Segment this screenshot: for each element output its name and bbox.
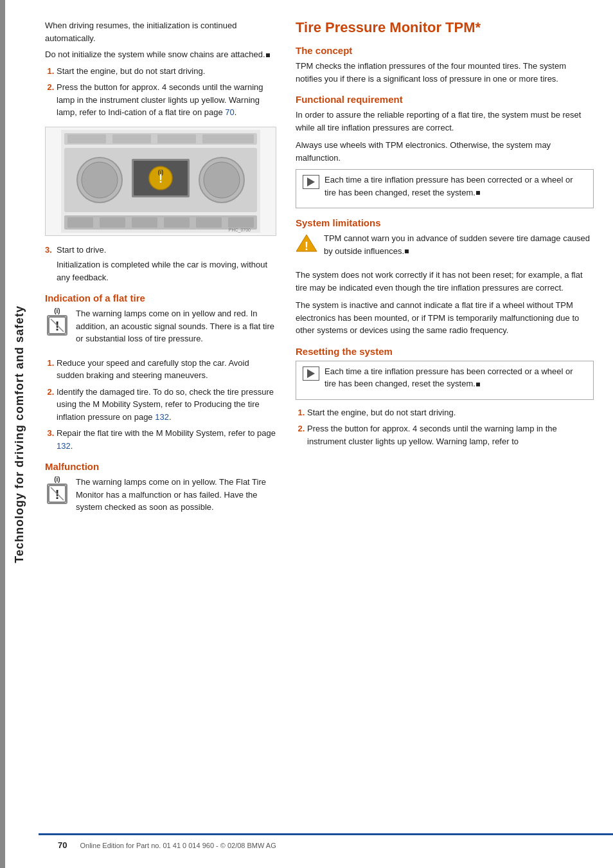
svg-point-8	[82, 162, 118, 198]
init-step-2: Press the button for approx. 4 seconds u…	[57, 81, 276, 119]
play-triangle	[307, 177, 315, 186]
warn-circle-exclaim: !	[47, 315, 67, 336]
functional-para1: In order to assure the reliable reportin…	[296, 109, 594, 134]
caution-text: TPM cannot warn you in advance of sudden…	[324, 232, 594, 257]
sys-limits-para1: The system does not work correctly if it…	[296, 269, 594, 294]
play-note-icon-2	[303, 366, 319, 381]
stop-symbol-1	[266, 53, 270, 57]
flat-tire-warning-row: (i) ! The warning lamps come on in yello…	[45, 307, 276, 350]
footer: 70 Online Edition for Part no. 01 41 0 0…	[39, 833, 613, 855]
concept-heading: The concept	[296, 45, 594, 56]
functional-para2: Always use wheels with TPM electronics. …	[296, 139, 594, 164]
svg-rect-2	[67, 134, 106, 143]
svg-text:PHC_0700: PHC_0700	[229, 228, 251, 233]
link-132a[interactable]: 132	[155, 412, 169, 422]
functional-heading: Functional requirement	[296, 94, 594, 105]
svg-rect-5	[202, 134, 254, 143]
svg-rect-22	[228, 217, 254, 228]
malfunction-warning-icon: (i) !	[45, 476, 69, 504]
indication-warn-text: The warning lamps come on in yellow and …	[76, 307, 276, 345]
ind-step-1: Reduce your speed and carefully stop the…	[57, 357, 276, 382]
svg-point-15	[204, 162, 240, 198]
indication-heading: Indication of a flat tire	[45, 293, 276, 303]
two-column-layout: When driving resumes, the initialization…	[45, 19, 594, 525]
stop-symbol-3	[405, 249, 409, 253]
main-content: When driving resumes, the initialization…	[39, 0, 613, 868]
caution-icon: !	[296, 233, 319, 255]
malfunction-heading: Malfunction	[45, 461, 276, 472]
right-column: Tire Pressure Monitor TPM* The concept T…	[296, 19, 594, 525]
play-note-icon	[303, 175, 319, 189]
warn-circle-exclaim-2: !	[47, 484, 67, 504]
functional-note-text: Each time a tire inflation pressure has …	[324, 174, 587, 199]
system-limits-heading: System limitations	[296, 217, 594, 228]
resetting-note-text: Each time a tire inflation pressure has …	[324, 365, 587, 390]
malfunction-warn-text: The warning lamps come on in yellow. The…	[76, 476, 276, 514]
intro-para2: Do not initialize the system while snow …	[45, 48, 276, 61]
step3: 3. Start to drive.	[45, 244, 276, 257]
flat-tire-warning-icon: (i) !	[45, 307, 69, 336]
sidebar: Technology for driving comfort and safet…	[0, 0, 39, 868]
resetting-steps-list: Start the engine, but do not start drivi…	[307, 406, 594, 448]
step3-sub: Initialization is completed while the ca…	[57, 258, 276, 284]
page-title: Tire Pressure Monitor TPM*	[296, 19, 594, 36]
link-132b[interactable]: 132	[57, 441, 71, 451]
svg-rect-20	[164, 217, 190, 228]
svg-rect-19	[132, 217, 157, 228]
sidebar-bar	[0, 0, 5, 868]
caution-row: ! TPM cannot warn you in advance of sudd…	[296, 232, 594, 262]
svg-rect-3	[112, 134, 151, 143]
reset-step-1: Start the engine, but do not start drivi…	[307, 406, 594, 419]
init-step-1: Start the engine, but do not start drivi…	[57, 65, 276, 78]
link-page-70[interactable]: 70	[225, 107, 234, 117]
svg-rect-21	[196, 217, 222, 228]
page-number: 70	[58, 840, 67, 850]
stop-symbol-2	[476, 191, 480, 195]
svg-rect-4	[157, 134, 196, 143]
resetting-heading: Resetting the system	[296, 346, 594, 357]
svg-rect-18	[100, 217, 125, 228]
svg-text:!: !	[159, 172, 163, 185]
init-steps-list: Start the engine, but do not start drivi…	[57, 65, 276, 119]
indication-steps-list: Reduce your speed and carefully stop the…	[57, 357, 276, 453]
ind-step-2: Identify the damaged tire. To do so, che…	[57, 386, 276, 424]
sidebar-text: Technology for driving comfort and safet…	[13, 305, 26, 563]
reset-step-2: Press the button for approx. 4 seconds u…	[307, 422, 594, 448]
footer-text: Online Edition for Part no. 01 41 0 014 …	[80, 842, 276, 849]
concept-text: TPM checks the inflation pressures of th…	[296, 60, 594, 85]
malfunction-warning-row: (i) ! The warning lamps come on in yello…	[45, 476, 276, 519]
play-triangle-2	[307, 369, 315, 378]
dashboard-svg: (i) ! PHC_0700	[61, 130, 260, 233]
functional-note-box: Each time a tire inflation pressure has …	[296, 169, 594, 208]
resetting-note-box: Each time a tire inflation pressure has …	[296, 361, 594, 400]
intro-para1: When driving resumes, the initialization…	[45, 19, 276, 44]
svg-rect-17	[67, 217, 93, 228]
svg-text:!: !	[305, 240, 308, 253]
car-dashboard-image: (i) ! PHC_0700	[45, 127, 276, 236]
left-column: When driving resumes, the initialization…	[45, 19, 276, 525]
stop-symbol-4	[476, 383, 480, 386]
sys-limits-para2: The system is inactive and cannot indica…	[296, 299, 594, 337]
ind-step-3: Repair the flat tire with the M Mobility…	[57, 427, 276, 452]
